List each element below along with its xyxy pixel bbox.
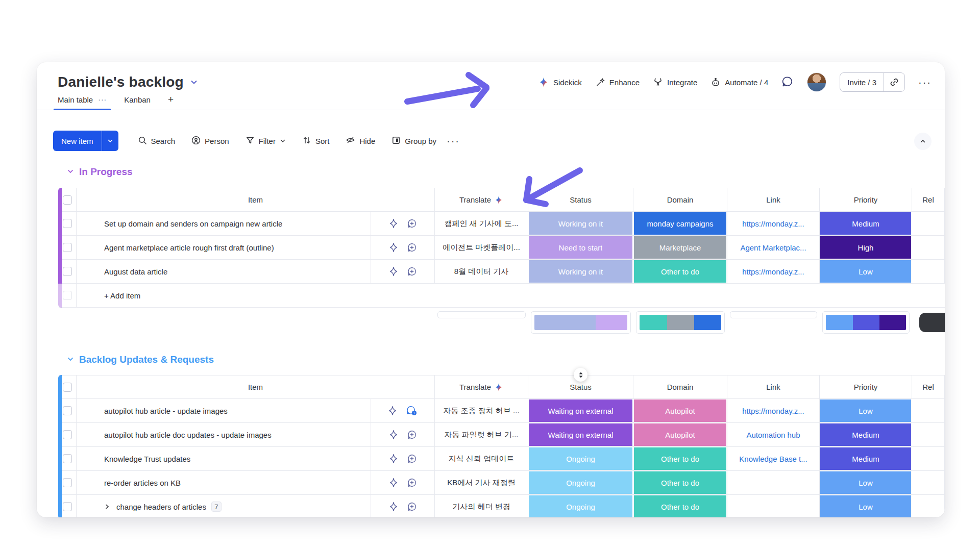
- search-button[interactable]: Search: [132, 132, 182, 151]
- group-by-button[interactable]: Group by: [385, 132, 443, 151]
- ai-sparkle-action-icon[interactable]: [388, 266, 399, 277]
- summary-domain-box[interactable]: [636, 311, 725, 334]
- domain-cell-value[interactable]: Other to do: [634, 495, 726, 517]
- item-name-cell[interactable]: Set up domain and senders on campaign ne…: [77, 212, 371, 236]
- tab-more-icon[interactable]: ···: [98, 95, 107, 104]
- column-header-translate[interactable]: Translate: [435, 375, 528, 399]
- new-item-chevron-icon[interactable]: [102, 131, 118, 151]
- enhance-button[interactable]: Enhance: [595, 77, 640, 87]
- ai-sparkle-action-icon[interactable]: [388, 502, 399, 512]
- rel-cell[interactable]: [912, 471, 945, 495]
- status-cell-value[interactable]: Working on it: [529, 260, 632, 283]
- translate-cell[interactable]: 지식 신뢰 업데이트: [435, 447, 528, 471]
- header-select-all-checkbox[interactable]: [63, 383, 72, 392]
- ai-sparkle-action-icon[interactable]: [387, 406, 398, 416]
- rel-cell[interactable]: [912, 423, 945, 447]
- add-item-row[interactable]: + Add item: [59, 284, 945, 308]
- filter-button[interactable]: Filter: [239, 132, 292, 151]
- translate-cell[interactable]: KB에서 기사 재정렬: [435, 471, 528, 495]
- item-name-cell[interactable]: autopilot hub article doc updates - upda…: [77, 423, 371, 447]
- header-select-all-checkbox[interactable]: [63, 195, 72, 205]
- person-filter-button[interactable]: Person: [185, 132, 235, 151]
- copy-link-icon[interactable]: [884, 73, 904, 91]
- link-text[interactable]: https://monday.z...: [742, 407, 804, 415]
- column-header-domain[interactable]: Domain: [633, 375, 727, 399]
- row-checkbox[interactable]: [63, 406, 72, 415]
- status-cell-value[interactable]: Ongoing: [529, 447, 632, 470]
- rel-cell[interactable]: [912, 212, 945, 236]
- column-header-link[interactable]: Link: [727, 375, 820, 399]
- summary-status-box[interactable]: [531, 311, 631, 334]
- column-header-priority[interactable]: Priority: [820, 188, 912, 212]
- board-menu-chevron-icon[interactable]: [190, 78, 198, 86]
- priority-cell-value[interactable]: High: [820, 236, 911, 259]
- priority-cell-value[interactable]: Medium: [820, 447, 911, 470]
- add-update-icon[interactable]: [407, 430, 417, 440]
- row-checkbox[interactable]: [63, 502, 72, 511]
- group-collapse-chevron-icon[interactable]: [67, 354, 74, 365]
- rel-cell[interactable]: [912, 399, 945, 423]
- new-item-button[interactable]: New item: [53, 131, 118, 151]
- item-name-cell[interactable]: change headers of articles7: [77, 495, 371, 517]
- summary-priority-box[interactable]: [822, 311, 910, 334]
- expand-subitems-icon[interactable]: [104, 504, 110, 510]
- board-more-button[interactable]: ···: [918, 77, 932, 87]
- status-cell-value[interactable]: Waiting on external: [529, 423, 632, 446]
- add-update-icon[interactable]: [407, 266, 417, 277]
- column-header-domain[interactable]: Domain: [633, 188, 727, 212]
- link-text[interactable]: Automation hub: [746, 431, 800, 439]
- tab-main-table[interactable]: Main table ···: [58, 95, 107, 110]
- summary-translate-box[interactable]: [437, 311, 526, 318]
- column-header-link[interactable]: Link: [727, 188, 820, 212]
- column-header-translate[interactable]: Translate: [435, 188, 528, 212]
- column-header-rel[interactable]: Rel: [912, 375, 945, 399]
- domain-cell-value[interactable]: Other to do: [634, 260, 726, 283]
- item-name-cell[interactable]: Agent marketplace article rough first dr…: [77, 236, 371, 260]
- column-header-rel[interactable]: Rel: [912, 188, 945, 212]
- add-update-icon[interactable]: [407, 454, 417, 464]
- row-checkbox[interactable]: [63, 267, 72, 276]
- sort-button[interactable]: Sort: [296, 132, 336, 151]
- tab-kanban[interactable]: Kanban: [124, 95, 151, 110]
- item-name-cell[interactable]: autopilot hub article - update images: [77, 399, 371, 423]
- automate-button[interactable]: Automate / 4: [710, 77, 768, 87]
- item-name-cell[interactable]: Knowledge Trust updates: [77, 447, 371, 471]
- priority-cell-value[interactable]: Low: [820, 471, 911, 494]
- add-item-cell[interactable]: + Add item: [77, 284, 945, 308]
- status-cell-value[interactable]: Working on it: [529, 212, 632, 235]
- rel-cell[interactable]: [912, 260, 945, 284]
- column-header-item[interactable]: Item: [77, 188, 435, 212]
- link-text[interactable]: https://monday.z...: [742, 267, 804, 276]
- translate-cell[interactable]: 캠페인 새 기사에 도...: [435, 212, 528, 236]
- priority-cell-value[interactable]: Low: [820, 260, 911, 283]
- hide-button[interactable]: Hide: [339, 131, 381, 151]
- status-cell-value[interactable]: Waiting on external: [529, 399, 632, 422]
- invite-button[interactable]: Invite / 3: [840, 72, 905, 92]
- link-cell[interactable]: Agent Marketplac...: [727, 236, 820, 260]
- domain-cell-value[interactable]: Autopilot: [634, 423, 726, 446]
- board-chat-button[interactable]: [781, 76, 794, 89]
- add-update-icon[interactable]: [407, 502, 417, 512]
- translate-cell[interactable]: 에이전트 마켓플레이...: [435, 236, 528, 260]
- add-item-checkbox[interactable]: [63, 291, 72, 300]
- row-checkbox[interactable]: [63, 430, 72, 439]
- status-cell-value[interactable]: Ongoing: [529, 471, 632, 494]
- rel-cell[interactable]: [912, 447, 945, 471]
- controls-more-button[interactable]: ···: [447, 136, 460, 146]
- user-avatar[interactable]: [807, 72, 826, 92]
- row-checkbox[interactable]: [63, 454, 72, 463]
- group-title-0[interactable]: In Progress: [67, 166, 133, 178]
- translate-cell[interactable]: 자동 파일럿 허브 기...: [435, 423, 528, 447]
- priority-cell-value[interactable]: Medium: [820, 423, 911, 446]
- item-name-cell[interactable]: August data article: [77, 260, 371, 284]
- link-text[interactable]: https://monday.z...: [742, 219, 804, 228]
- row-checkbox[interactable]: [63, 219, 72, 228]
- item-name-cell[interactable]: re-order articles on KB: [77, 471, 371, 495]
- link-cell[interactable]: Knowledge Base t...: [727, 447, 820, 471]
- row-checkbox[interactable]: [63, 243, 72, 252]
- column-header-priority[interactable]: Priority: [820, 375, 912, 399]
- integrate-button[interactable]: Integrate: [653, 77, 697, 87]
- domain-cell-value[interactable]: Autopilot: [634, 399, 726, 422]
- link-cell[interactable]: https://monday.z...: [727, 212, 820, 236]
- updates-bubble-icon[interactable]: 1: [406, 405, 418, 416]
